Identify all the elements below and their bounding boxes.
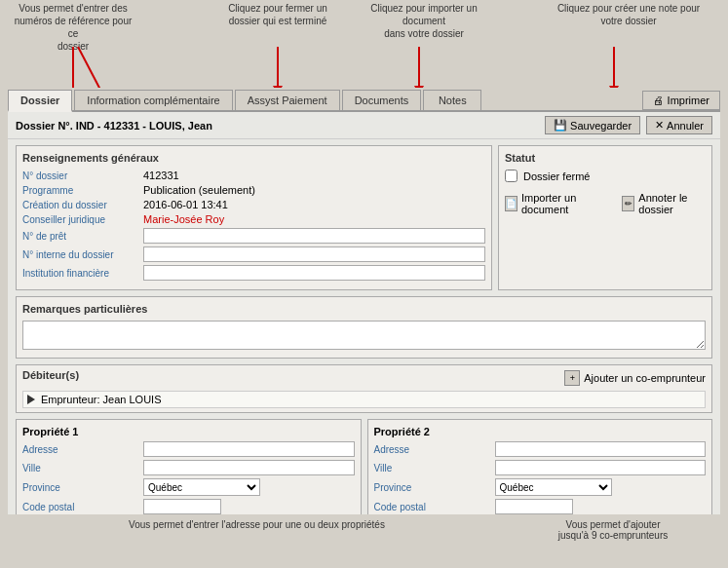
creation-row: Création du dossier 2016-06-01 13:41: [22, 199, 485, 210]
p1-province-select[interactable]: Québec: [143, 478, 260, 496]
no-pret-label: N° de prêt: [22, 231, 139, 242]
p2-ville-label: Ville: [374, 463, 491, 473]
p2-ville-input[interactable]: [495, 460, 707, 475]
bottom-tooltips: Vous permet d'entrer l'adresse pour une …: [8, 514, 720, 568]
tooltip-coborrowers: Vous permet d'ajouter jusqu'à 9 co-empru…: [506, 519, 720, 541]
annoter-icon: ✏: [622, 196, 634, 211]
importer-link[interactable]: 📄 Importer un document: [505, 192, 602, 215]
emprunteur-label: Emprunteur: Jean LOUIS: [41, 394, 162, 405]
tooltip-create-note: Cliquez pour créer une note pour votre d…: [551, 2, 707, 27]
creation-label: Création du dossier: [22, 200, 139, 210]
p2-code-postal-label: Code postal: [374, 502, 491, 512]
tooltip-ref-numbers: Vous permet d'entrer des numéros de réfé…: [10, 2, 136, 53]
save-icon: 💾: [554, 119, 567, 132]
p1-adresse-input[interactable]: [143, 441, 355, 457]
tabs-bar: Dossier Information complémentaire Assys…: [8, 88, 720, 112]
tooltip-close-done: Cliquez pour fermer un dossier qui est t…: [214, 2, 341, 27]
annoter-link[interactable]: ✏ Annoter le dossier: [622, 192, 706, 215]
dossier-title: Dossier N°. IND - 412331 - LOUIS, Jean: [16, 120, 212, 132]
debiteurs-header: Débiteur(s) + Ajouter un co-emprunteur: [22, 369, 706, 387]
tab-assyst-paiement[interactable]: Assyst Paiement: [235, 90, 340, 110]
p1-code-postal-input[interactable]: [143, 499, 221, 514]
institution-row: Institution financière: [22, 265, 485, 281]
action-links-row: 📄 Importer un document ✏ Annoter le doss…: [505, 192, 706, 215]
p1-adresse-label: Adresse: [22, 444, 139, 455]
p2-ville-row: Ville: [374, 460, 707, 475]
p2-adresse-row: Adresse: [374, 441, 707, 457]
tab-dossier[interactable]: Dossier: [8, 90, 72, 112]
p1-ville-input[interactable]: [143, 460, 355, 475]
propriete1-title: Propriété 1: [22, 426, 355, 437]
p1-ville-label: Ville: [22, 463, 139, 473]
remarques-textarea[interactable]: [22, 321, 706, 350]
p1-province-label: Province: [22, 482, 139, 493]
programme-label: Programme: [22, 185, 139, 196]
conseiller-label: Conseiller juridique: [22, 214, 139, 225]
tab-documents[interactable]: Documents: [342, 90, 422, 110]
tooltip-address: Vous permet d'entrer l'adresse pour une …: [8, 519, 506, 530]
p2-adresse-label: Adresse: [374, 444, 491, 455]
top-row: Renseignements généraux N° dossier 41233…: [16, 145, 712, 290]
tooltip-import-doc: Cliquez pour importer un document dans v…: [351, 2, 497, 40]
print-button[interactable]: 🖨 Imprimer: [642, 91, 720, 110]
no-pret-row: N° de prêt: [22, 228, 485, 244]
institution-label: Institution financière: [22, 268, 139, 279]
no-dossier-row: N° dossier 412331: [22, 170, 485, 181]
debiteurs-title: Débiteur(s): [22, 369, 79, 381]
no-interne-label: N° interne du dossier: [22, 249, 139, 260]
no-interne-row: N° interne du dossier: [22, 246, 485, 262]
creation-value: 2016-06-01 13:41: [143, 199, 228, 210]
institution-input[interactable]: [143, 265, 485, 281]
programme-value: Publication (seulement): [143, 184, 255, 196]
remarques-section: Remarques particulières: [16, 296, 712, 359]
no-interne-input[interactable]: [143, 246, 485, 262]
tab-info-complementaire[interactable]: Information complémentaire: [74, 90, 232, 110]
conseiller-value: Marie-Josée Roy: [143, 213, 224, 225]
content-area: Renseignements généraux N° dossier 41233…: [8, 139, 720, 550]
debiteur-row: Emprunteur: Jean LOUIS: [22, 391, 706, 408]
statut-title: Statut: [505, 152, 706, 164]
p2-province-row: Province Québec: [374, 478, 707, 496]
p1-province-row: Province Québec: [22, 478, 355, 496]
no-dossier-value: 412331: [143, 170, 179, 181]
p1-code-postal-label: Code postal: [22, 502, 139, 512]
no-pret-input[interactable]: [143, 228, 485, 244]
add-coemprunteur-icon: +: [564, 370, 580, 386]
tab-notes[interactable]: Notes: [423, 90, 481, 110]
p1-ville-row: Ville: [22, 460, 355, 475]
dossier-ferme-label: Dossier fermé: [523, 170, 590, 182]
cancel-button[interactable]: ✕ Annuler: [646, 116, 712, 134]
action-buttons: 💾 Sauvegarder ✕ Annuler: [545, 116, 712, 134]
no-dossier-label: N° dossier: [22, 170, 139, 181]
remarques-title: Remarques particulières: [22, 303, 706, 315]
renseignements-section: Renseignements généraux N° dossier 41233…: [16, 145, 492, 290]
renseignements-title: Renseignements généraux: [22, 152, 485, 164]
statut-section: Statut Dossier fermé 📄 Importer un docum…: [498, 145, 712, 290]
dossier-ferme-row: Dossier fermé: [505, 170, 706, 182]
p1-code-postal-row: Code postal: [22, 499, 355, 514]
add-coemprunteur-link[interactable]: + Ajouter un co-emprunteur: [564, 370, 706, 386]
conseiller-row: Conseiller juridique Marie-Josée Roy: [22, 213, 485, 225]
p2-code-postal-input[interactable]: [495, 499, 573, 514]
debiteurs-section: Débiteur(s) + Ajouter un co-emprunteur E…: [16, 364, 712, 413]
propriete2-title: Propriété 2: [374, 426, 707, 437]
p1-adresse-row: Adresse: [22, 441, 355, 457]
save-button[interactable]: 💾 Sauvegarder: [545, 116, 640, 134]
play-icon: [27, 395, 35, 404]
printer-icon: 🖨: [653, 95, 664, 106]
p2-province-label: Province: [374, 482, 491, 493]
dossier-title-bar: Dossier N°. IND - 412331 - LOUIS, Jean 💾…: [8, 112, 720, 139]
dossier-ferme-checkbox[interactable]: [505, 170, 517, 182]
p2-code-postal-row: Code postal: [374, 499, 707, 514]
p2-province-select[interactable]: Québec: [495, 478, 612, 496]
cancel-icon: ✕: [655, 119, 664, 132]
p2-adresse-input[interactable]: [495, 441, 707, 457]
importer-icon: 📄: [505, 196, 517, 211]
programme-row: Programme Publication (seulement): [22, 184, 485, 196]
